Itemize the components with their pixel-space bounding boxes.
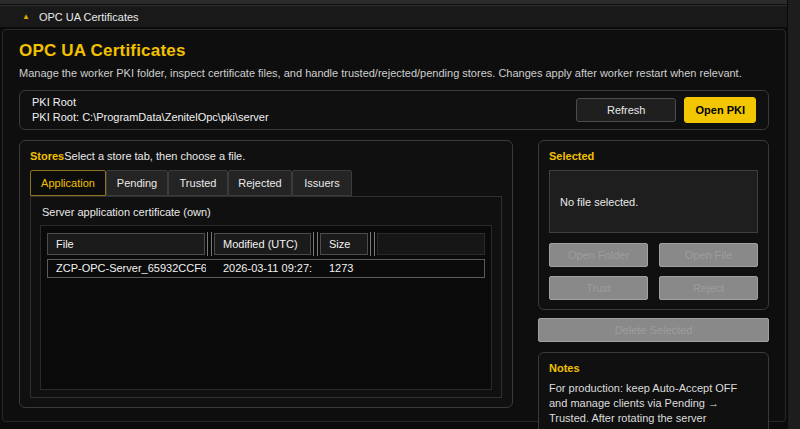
selected-empty-state: No file selected. [549,170,758,233]
table-caption: Server application certificate (own) [42,206,492,218]
collapse-arrow-icon[interactable]: ▲ [22,13,30,21]
cell-file: ZCP-OPC-Server_65932CCF6D0CE126FE [48,260,206,277]
pki-root-box: PKI Root PKI Root: C:\ProgramData\Zenite… [19,90,769,130]
selected-panel: Selected No file selected. Open Folder O… [538,140,769,310]
stores-heading: Stores [30,150,64,162]
section-header-title: OPC UA Certificates [39,11,139,23]
pki-root-path: PKI Root: C:\ProgramData\ZenitelOpc\pki\… [32,110,269,125]
vertical-scrollbar[interactable] [787,0,800,429]
stores-panel: StoresSelect a store tab, then choose a … [19,140,513,408]
tab-issuers[interactable]: Issuers [292,170,352,196]
table-header-row: File Modified (UTC) Size [47,232,485,256]
page-title: OPC UA Certificates [19,41,769,61]
cell-modified: 2026-03-11 09:27:21 [215,260,312,277]
column-header-size[interactable]: Size [320,233,368,255]
pki-root-label: PKI Root [32,95,269,110]
certificate-table: File Modified (UTC) Size ZCP-OPC-Server_… [40,225,492,390]
notes-heading: Notes [549,362,758,374]
opc-ua-certificates-panel: OPC UA Certificates Manage the worker PK… [2,29,786,422]
tab-rejected[interactable]: Rejected [228,170,292,196]
trust-button[interactable]: Trust [549,276,648,300]
refresh-button[interactable]: Refresh [576,98,677,122]
open-file-button[interactable]: Open File [659,243,758,267]
column-resize-handle[interactable] [370,232,375,256]
selected-heading: Selected [549,150,758,162]
application-tab-panel: Server application certificate (own) Fil… [30,196,502,398]
column-header-file[interactable]: File [47,233,205,255]
open-pki-button[interactable]: Open PKI [684,97,756,123]
column-resize-handle[interactable] [313,232,318,256]
collapsible-section-header[interactable]: ▲ OPC UA Certificates [0,5,787,28]
column-header-filler [377,233,485,255]
tab-pending[interactable]: Pending [106,170,168,196]
column-header-modified[interactable]: Modified (UTC) [214,233,311,255]
column-resize-handle[interactable] [207,232,212,256]
stores-hint: Select a store tab, then choose a file. [64,150,245,162]
open-folder-button[interactable]: Open Folder [549,243,648,267]
tab-application[interactable]: Application [30,170,106,196]
cell-size: 1273 [321,260,369,277]
page-subtitle: Manage the worker PKI folder, inspect ce… [19,67,769,79]
reject-button[interactable]: Reject [659,276,758,300]
notes-panel: Notes For production: keep Auto-Accept O… [538,352,769,429]
tab-trusted[interactable]: Trusted [168,170,228,196]
delete-selected-button[interactable]: Delete Selected [538,318,769,342]
table-row[interactable]: ZCP-OPC-Server_65932CCF6D0CE126FE 2026-0… [47,259,485,278]
notes-body: For production: keep Auto-Accept OFF and… [549,381,758,429]
previous-section-edge [0,0,787,4]
store-tabs: Application Pending Trusted Rejected Iss… [30,170,502,196]
